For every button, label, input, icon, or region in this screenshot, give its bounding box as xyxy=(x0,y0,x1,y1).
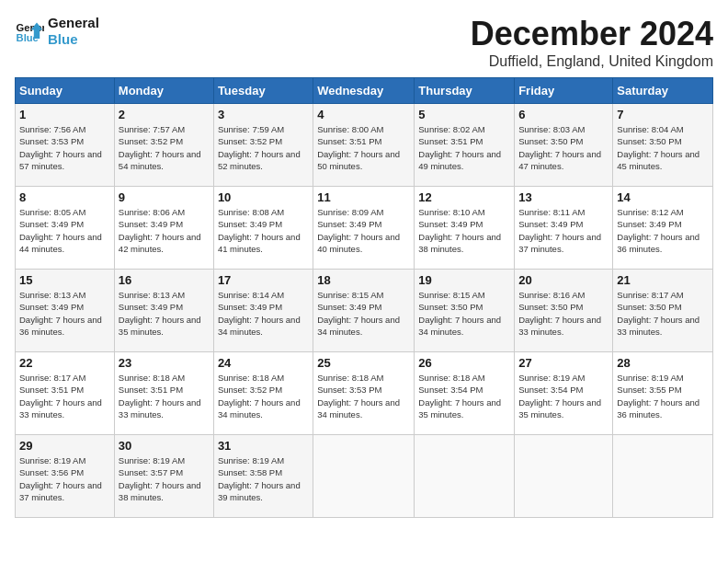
calendar-cell: 7Sunrise: 8:04 AMSunset: 3:50 PMDaylight… xyxy=(613,104,713,187)
day-info: Sunrise: 8:19 AMSunset: 3:57 PMDaylight:… xyxy=(119,454,210,503)
day-info: Sunrise: 7:56 AMSunset: 3:53 PMDaylight:… xyxy=(19,123,110,172)
day-number: 26 xyxy=(418,356,510,370)
location: Duffield, England, United Kingdom xyxy=(471,53,713,70)
logo-line2: Blue xyxy=(48,31,99,48)
day-number: 30 xyxy=(119,439,210,453)
day-number: 25 xyxy=(317,356,410,370)
day-info: Sunrise: 8:12 AMSunset: 3:49 PMDaylight:… xyxy=(617,206,709,255)
day-info: Sunrise: 8:09 AMSunset: 3:49 PMDaylight:… xyxy=(317,206,410,255)
day-info: Sunrise: 8:19 AMSunset: 3:58 PMDaylight:… xyxy=(218,454,309,503)
calendar-cell: 9Sunrise: 8:06 AMSunset: 3:49 PMDaylight… xyxy=(114,187,213,270)
calendar-cell: 10Sunrise: 8:08 AMSunset: 3:49 PMDayligh… xyxy=(213,187,313,270)
day-info: Sunrise: 8:17 AMSunset: 3:51 PMDaylight:… xyxy=(19,372,110,420)
day-number: 17 xyxy=(218,273,309,287)
day-info: Sunrise: 8:18 AMSunset: 3:52 PMDaylight:… xyxy=(218,372,309,420)
day-number: 28 xyxy=(617,356,709,370)
day-number: 18 xyxy=(317,273,410,287)
day-info: Sunrise: 8:16 AMSunset: 3:50 PMDaylight:… xyxy=(518,289,609,338)
day-header-tuesday: Tuesday xyxy=(213,78,313,104)
calendar-cell: 29Sunrise: 8:19 AMSunset: 3:56 PMDayligh… xyxy=(16,435,115,518)
day-number: 5 xyxy=(418,108,510,121)
day-header-thursday: Thursday xyxy=(415,78,515,104)
calendar-cell: 8Sunrise: 8:05 AMSunset: 3:49 PMDaylight… xyxy=(16,187,115,270)
day-number: 3 xyxy=(218,108,309,121)
day-number: 13 xyxy=(518,190,609,204)
calendar-cell: 15Sunrise: 8:13 AMSunset: 3:49 PMDayligh… xyxy=(16,270,115,352)
calendar-week-row: 8Sunrise: 8:05 AMSunset: 3:49 PMDaylight… xyxy=(16,187,713,270)
day-info: Sunrise: 8:14 AMSunset: 3:49 PMDaylight:… xyxy=(218,289,309,338)
calendar-cell: 27Sunrise: 8:19 AMSunset: 3:54 PMDayligh… xyxy=(515,352,613,435)
day-number: 12 xyxy=(418,190,510,204)
day-header-sunday: Sunday xyxy=(16,78,115,104)
day-info: Sunrise: 8:11 AMSunset: 3:49 PMDaylight:… xyxy=(518,206,609,255)
day-number: 2 xyxy=(119,108,210,121)
calendar-table: SundayMondayTuesdayWednesdayThursdayFrid… xyxy=(15,77,713,518)
calendar-cell: 2Sunrise: 7:57 AMSunset: 3:52 PMDaylight… xyxy=(114,104,213,187)
calendar-cell: 3Sunrise: 7:59 AMSunset: 3:52 PMDaylight… xyxy=(213,104,313,187)
calendar-cell: 26Sunrise: 8:18 AMSunset: 3:54 PMDayligh… xyxy=(415,352,515,435)
calendar-cell: 19Sunrise: 8:15 AMSunset: 3:50 PMDayligh… xyxy=(415,270,515,352)
calendar-week-row: 15Sunrise: 8:13 AMSunset: 3:49 PMDayligh… xyxy=(16,270,713,352)
day-info: Sunrise: 8:02 AMSunset: 3:51 PMDaylight:… xyxy=(418,123,510,172)
day-info: Sunrise: 7:59 AMSunset: 3:52 PMDaylight:… xyxy=(218,123,309,172)
title-block: December 2024 Duffield, England, United … xyxy=(471,15,713,70)
day-number: 24 xyxy=(218,356,309,370)
calendar-cell: 24Sunrise: 8:18 AMSunset: 3:52 PMDayligh… xyxy=(213,352,313,435)
logo: General Blue General Blue xyxy=(15,15,99,48)
calendar-cell: 28Sunrise: 8:19 AMSunset: 3:55 PMDayligh… xyxy=(613,352,713,435)
day-info: Sunrise: 8:06 AMSunset: 3:49 PMDaylight:… xyxy=(119,206,210,255)
calendar-week-row: 1Sunrise: 7:56 AMSunset: 3:53 PMDaylight… xyxy=(16,104,713,187)
calendar-cell: 13Sunrise: 8:11 AMSunset: 3:49 PMDayligh… xyxy=(515,187,613,270)
calendar-cell: 14Sunrise: 8:12 AMSunset: 3:49 PMDayligh… xyxy=(613,187,713,270)
calendar-cell: 17Sunrise: 8:14 AMSunset: 3:49 PMDayligh… xyxy=(213,270,313,352)
calendar-cell: 16Sunrise: 8:13 AMSunset: 3:49 PMDayligh… xyxy=(114,270,213,352)
day-info: Sunrise: 8:19 AMSunset: 3:54 PMDaylight:… xyxy=(518,372,609,420)
day-info: Sunrise: 8:17 AMSunset: 3:50 PMDaylight:… xyxy=(617,289,709,338)
day-number: 20 xyxy=(518,273,609,287)
calendar-cell xyxy=(313,435,415,518)
day-number: 4 xyxy=(317,108,410,121)
calendar-cell xyxy=(613,435,713,518)
calendar-cell: 30Sunrise: 8:19 AMSunset: 3:57 PMDayligh… xyxy=(114,435,213,518)
day-info: Sunrise: 8:08 AMSunset: 3:49 PMDaylight:… xyxy=(218,206,309,255)
day-header-monday: Monday xyxy=(114,78,213,104)
day-number: 10 xyxy=(218,190,309,204)
day-header-wednesday: Wednesday xyxy=(313,78,415,104)
day-info: Sunrise: 8:13 AMSunset: 3:49 PMDaylight:… xyxy=(119,289,210,338)
day-number: 11 xyxy=(317,190,410,204)
day-info: Sunrise: 8:00 AMSunset: 3:51 PMDaylight:… xyxy=(317,123,410,172)
calendar-cell: 21Sunrise: 8:17 AMSunset: 3:50 PMDayligh… xyxy=(613,270,713,352)
day-number: 6 xyxy=(518,108,609,121)
day-number: 29 xyxy=(19,439,110,453)
calendar-cell: 6Sunrise: 8:03 AMSunset: 3:50 PMDaylight… xyxy=(515,104,613,187)
calendar-cell: 18Sunrise: 8:15 AMSunset: 3:49 PMDayligh… xyxy=(313,270,415,352)
day-header-saturday: Saturday xyxy=(613,78,713,104)
day-number: 31 xyxy=(218,439,309,453)
day-info: Sunrise: 8:10 AMSunset: 3:49 PMDaylight:… xyxy=(418,206,510,255)
day-info: Sunrise: 8:19 AMSunset: 3:56 PMDaylight:… xyxy=(19,454,110,503)
calendar-cell xyxy=(415,435,515,518)
day-number: 9 xyxy=(119,190,210,204)
day-info: Sunrise: 8:04 AMSunset: 3:50 PMDaylight:… xyxy=(617,123,709,172)
day-number: 27 xyxy=(518,356,609,370)
calendar-week-row: 29Sunrise: 8:19 AMSunset: 3:56 PMDayligh… xyxy=(16,435,713,518)
day-info: Sunrise: 8:18 AMSunset: 3:53 PMDaylight:… xyxy=(317,372,410,420)
day-info: Sunrise: 7:57 AMSunset: 3:52 PMDaylight:… xyxy=(119,123,210,172)
day-info: Sunrise: 8:05 AMSunset: 3:49 PMDaylight:… xyxy=(19,206,110,255)
day-number: 7 xyxy=(617,108,709,121)
day-number: 1 xyxy=(19,108,110,121)
calendar-cell: 20Sunrise: 8:16 AMSunset: 3:50 PMDayligh… xyxy=(515,270,613,352)
calendar-cell xyxy=(515,435,613,518)
calendar-cell: 4Sunrise: 8:00 AMSunset: 3:51 PMDaylight… xyxy=(313,104,415,187)
calendar-cell: 31Sunrise: 8:19 AMSunset: 3:58 PMDayligh… xyxy=(213,435,313,518)
day-number: 19 xyxy=(418,273,510,287)
logo-icon: General Blue xyxy=(15,17,44,46)
day-info: Sunrise: 8:15 AMSunset: 3:50 PMDaylight:… xyxy=(418,289,510,338)
day-number: 14 xyxy=(617,190,709,204)
day-info: Sunrise: 8:13 AMSunset: 3:49 PMDaylight:… xyxy=(19,289,110,338)
calendar-cell: 1Sunrise: 7:56 AMSunset: 3:53 PMDaylight… xyxy=(16,104,115,187)
calendar-cell: 11Sunrise: 8:09 AMSunset: 3:49 PMDayligh… xyxy=(313,187,415,270)
day-info: Sunrise: 8:03 AMSunset: 3:50 PMDaylight:… xyxy=(518,123,609,172)
calendar-header-row: SundayMondayTuesdayWednesdayThursdayFrid… xyxy=(16,78,713,104)
calendar-cell: 22Sunrise: 8:17 AMSunset: 3:51 PMDayligh… xyxy=(16,352,115,435)
